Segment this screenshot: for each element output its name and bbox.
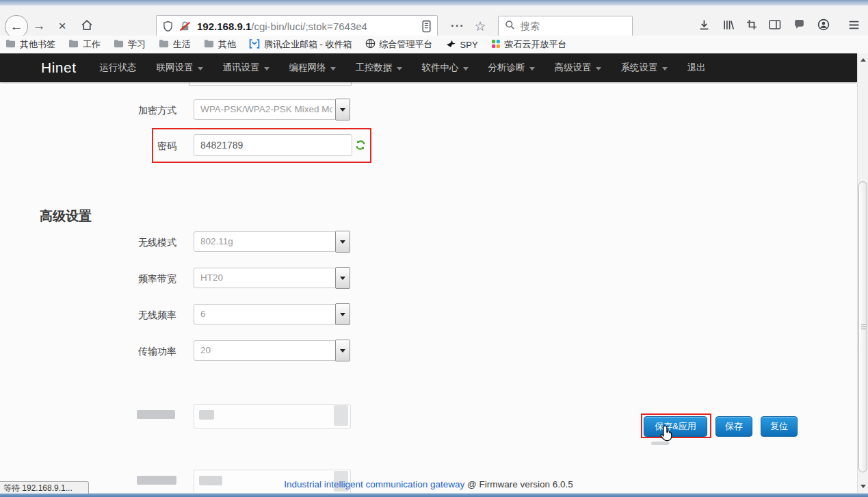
wireless-mode-label: 无线模式 [103, 237, 176, 249]
vertical-scrollbar[interactable] [857, 53, 868, 497]
encryption-select[interactable]: WPA-PSK/WPA2-PSK Mixed Mo [194, 99, 350, 120]
dropdown-arrow-button[interactable] [335, 267, 350, 289]
chevron-down-icon [340, 349, 345, 353]
chevron-down-icon [340, 313, 345, 316]
dropdown-arrow-button[interactable] [335, 303, 350, 325]
encryption-label: 加密方式 [103, 105, 176, 117]
bookmark-life[interactable]: 生活 [159, 38, 191, 51]
nav-item-advanced-settings[interactable]: 高级设置 [555, 62, 601, 74]
nav-item-network-settings[interactable]: 联网设置 [157, 62, 203, 74]
forward-button[interactable]: → [30, 16, 48, 36]
nav-item-label: 高级设置 [555, 62, 592, 74]
messages-button[interactable] [789, 16, 808, 36]
bookmark-work[interactable]: 工作 [68, 38, 101, 51]
screenshot-button[interactable] [743, 16, 761, 36]
nav-item-logout[interactable]: 退出 [687, 62, 706, 74]
account-button[interactable] [814, 16, 833, 36]
chevron-down-icon [596, 67, 601, 71]
chat-bubble-icon [793, 19, 805, 34]
status-tooltip: 等待 192.168.9.1... [0, 481, 89, 494]
bandwidth-select[interactable]: HT20 [194, 268, 350, 288]
home-icon [81, 19, 93, 34]
sidebar-button[interactable] [765, 16, 785, 36]
folder-icon [114, 39, 124, 50]
url-text: 192.168.9.1/cgi-bin/luci/;stok=7643e4 [197, 21, 402, 32]
exmail-icon [249, 39, 260, 51]
insecure-lock-icon[interactable] [179, 21, 191, 32]
menu-button[interactable] [844, 16, 863, 36]
page-footer: Industrial intelligent communication gat… [0, 479, 857, 489]
nav-item-label: 系统设置 [621, 62, 658, 74]
footer-link[interactable]: Industrial intelligent communication gat… [284, 479, 464, 489]
stop-button[interactable]: × [53, 16, 71, 36]
bookmark-ezviz[interactable]: 萤石云开放平台 [491, 38, 567, 51]
wireless-mode-select[interactable]: 802.11g [194, 231, 350, 252]
back-button[interactable]: ← [5, 15, 28, 38]
nav-item-label: 编程网络 [289, 62, 326, 74]
bookmarks-bar: 其他书签 工作 学习 生活 其他 腾讯企业邮箱 - 收件箱 综合管理平台 SP [0, 36, 868, 53]
chevron-down-icon [463, 67, 469, 71]
nav-item-run-status[interactable]: 运行状态 [100, 62, 137, 74]
chevron-down-icon [662, 67, 668, 71]
url-fade [379, 21, 402, 32]
nav-item-comm-settings[interactable]: 通讯设置 [223, 62, 269, 74]
url-bar[interactable]: 192.168.9.1/cgi-bin/luci/;stok=7643e4 [156, 15, 438, 38]
hamburger-icon [848, 20, 860, 33]
globe-icon [365, 38, 376, 51]
page-actions-button[interactable]: ··· [448, 16, 467, 36]
nav-item-system-settings[interactable]: 系统设置 [621, 62, 668, 74]
bookmark-study[interactable]: 学习 [114, 38, 146, 51]
scrollbar-up-button[interactable] [858, 55, 868, 65]
download-button[interactable] [695, 16, 713, 36]
url-path: /cgi-bin/luci/;stok=7643e4 [251, 21, 367, 32]
library-icon [722, 19, 735, 34]
bandwidth-value: HT20 [194, 268, 332, 288]
tracking-shield-icon[interactable] [163, 21, 173, 32]
wireless-mode-value: 802.11g [194, 232, 332, 251]
home-button[interactable] [77, 16, 96, 36]
search-input[interactable]: 搜索 [498, 16, 633, 37]
reader-mode-icon[interactable] [421, 20, 432, 33]
mouse-cursor-hand [659, 424, 675, 446]
nav-item-industrial-data[interactable]: 工控数据 [356, 62, 402, 74]
nav-item-programming-network[interactable]: 编程网络 [289, 62, 336, 74]
nav-item-software-center[interactable]: 软件中心 [422, 62, 469, 74]
search-icon [505, 20, 515, 33]
bookmark-label: 萤石云开放平台 [505, 38, 567, 51]
bookmark-label: 其他书签 [20, 38, 55, 51]
nav-item-label: 退出 [687, 62, 706, 74]
bookmark-label: 工作 [83, 38, 101, 51]
scrollbar-thumb[interactable] [858, 181, 867, 472]
folder-icon [204, 39, 214, 50]
browser-toolbar: ← → × 192.168.9.1/cgi-bin/luci/;stok=764… [0, 5, 868, 36]
save-button[interactable]: 保存 [715, 416, 752, 437]
dropdown-arrow-button[interactable] [335, 99, 350, 120]
chevron-up-icon [860, 58, 866, 62]
folder-icon [159, 39, 169, 50]
bookmark-label: SPY [460, 40, 478, 50]
brand-logo[interactable]: Hinet [41, 60, 77, 76]
bookmark-exmail[interactable]: 腾讯企业邮箱 - 收件箱 [249, 38, 352, 51]
bookmark-mgmt-platform[interactable]: 综合管理平台 [365, 38, 433, 51]
bookmark-star-button[interactable]: ☆ [471, 16, 490, 36]
dropdown-arrow-button[interactable] [335, 340, 350, 361]
nav-item-label: 分析诊断 [488, 62, 525, 74]
channel-value: 6 [194, 305, 332, 324]
save-apply-highlight-box [641, 413, 711, 438]
folder-icon [5, 39, 16, 50]
bookmark-label: 生活 [173, 38, 191, 51]
footer-version: @ Firmware version 6.0.5 [464, 479, 573, 489]
refresh-password-icon[interactable] [355, 140, 366, 153]
bookmark-spy[interactable]: SPY [446, 39, 478, 50]
bookmark-misc[interactable]: 其他 [204, 38, 236, 51]
reset-button[interactable]: 复位 [761, 416, 798, 437]
tx-power-value: 20 [194, 341, 332, 360]
nav-item-label: 工控数据 [356, 62, 393, 74]
library-button[interactable] [719, 16, 738, 36]
channel-select[interactable]: 6 [194, 304, 350, 324]
dropdown-arrow-button[interactable] [335, 231, 350, 253]
nav-item-analysis-diagnosis[interactable]: 分析诊断 [488, 62, 535, 74]
tx-power-select[interactable]: 20 [194, 340, 350, 361]
scrollbar-down-button[interactable] [858, 481, 868, 492]
bookmark-other-bookmarks[interactable]: 其他书签 [5, 38, 55, 51]
